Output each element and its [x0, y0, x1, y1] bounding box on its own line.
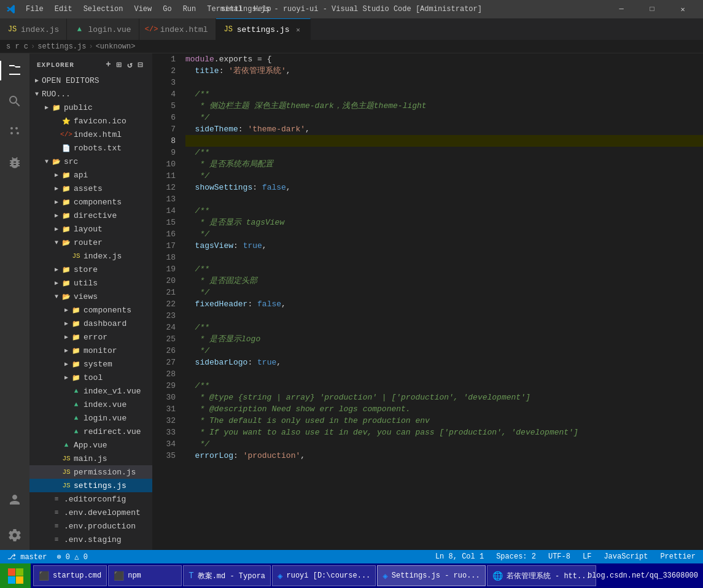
file-settings-js[interactable]: ▶ JS settings.js [29, 479, 152, 492]
folder-store[interactable]: ▶ 📁 store [29, 263, 152, 276]
breadcrumb-src[interactable]: s r c [6, 42, 28, 51]
file-router-index[interactable]: ▶ JS index.js [29, 249, 152, 263]
code-token: sideTheme [195, 123, 238, 135]
file-index-v1-vue[interactable]: ▶ ▲ index_v1.vue [29, 384, 152, 398]
store-arrow: ▶ [52, 266, 61, 273]
activity-extensions[interactable] [0, 148, 29, 177]
folder-api[interactable]: ▶ 📁 api [29, 168, 152, 182]
file-index-vue[interactable]: ▶ ▲ index.vue [29, 398, 152, 411]
file-env-dev[interactable]: ▶ ≡ .env.development [29, 506, 152, 519]
status-branch[interactable]: ⎇ master [5, 552, 49, 562]
folder-layout[interactable]: ▶ 📁 layout [29, 222, 152, 236]
collapse-icon[interactable]: ⊟ [137, 58, 145, 71]
window-title: settings.js - ruoyi-ui - Visual Studio C… [221, 5, 482, 14]
folder-utils[interactable]: ▶ 📁 utils [29, 276, 152, 290]
file-env-prod[interactable]: ▶ ≡ .env.production [29, 519, 152, 533]
file-index-html[interactable]: ▶ </> index.html [29, 128, 152, 141]
folder-directive[interactable]: ▶ 📁 directive [29, 209, 152, 222]
code-token [185, 158, 200, 170]
menu-run[interactable]: Run [178, 4, 201, 15]
taskbar-typora-label: 教案.md - Typora [198, 571, 265, 581]
status-line-col[interactable]: Ln 8, Col 1 [433, 552, 486, 561]
activity-account[interactable] [0, 485, 29, 514]
taskbar-npm[interactable]: ⬛ npm [108, 565, 182, 586]
tab-index-html[interactable]: </> index.html [139, 18, 216, 40]
taskbar-vscode[interactable]: ◈ Settings.js - ruo... [377, 565, 485, 586]
code-editor[interactable]: module.exports = { title: '若依管理系统', /** … [183, 53, 703, 550]
line-number-33: 33 [152, 427, 176, 438]
file-main-js[interactable]: ▶ JS main.js [29, 452, 152, 465]
folder-system[interactable]: ▶ 📁 system [29, 357, 152, 371]
status-encoding[interactable]: UTF-8 [546, 552, 573, 561]
code-line-9: /** [185, 147, 703, 158]
activity-source-control[interactable] [0, 117, 29, 147]
new-file-icon[interactable]: + [104, 58, 112, 71]
layout-icon: 📁 [61, 224, 71, 234]
status-language[interactable]: JavaScript [601, 552, 650, 561]
code-token [185, 88, 195, 100]
activity-search[interactable] [0, 87, 29, 116]
refresh-icon[interactable]: ↺ [126, 58, 134, 71]
code-token: /** [195, 88, 209, 100]
menu-file[interactable]: File [21, 4, 49, 15]
start-button[interactable] [0, 563, 31, 588]
folder-assets[interactable]: ▶ 📁 assets [29, 182, 152, 195]
maximize-button[interactable]: □ [638, 0, 666, 18]
utils-label: utils [74, 279, 98, 288]
code-line-18 [185, 252, 703, 263]
folder-tool[interactable]: ▶ 📁 tool [29, 371, 152, 384]
close-button[interactable]: ✕ [669, 0, 697, 18]
folder-monitor[interactable]: ▶ 📁 monitor [29, 344, 152, 357]
tab-label-login-vue: login.vue [88, 25, 131, 34]
breadcrumb-file[interactable]: settings.js [37, 42, 86, 51]
code-token [185, 287, 200, 298]
file-robots[interactable]: ▶ 📄 robots.txt [29, 141, 152, 155]
root-section[interactable]: ▼ RUO... [29, 87, 152, 101]
file-app-vue[interactable]: ▶ ▲ App.vue [29, 438, 152, 452]
folder-components[interactable]: ▶ 📁 components [29, 195, 152, 209]
tab-login-vue[interactable]: ▲ login.vue [67, 18, 139, 40]
file-editorconfig[interactable]: ▶ ≡ .editorconfig [29, 492, 152, 506]
file-env-staging[interactable]: ▶ ≡ .env.staging [29, 533, 152, 546]
folder-dashboard[interactable]: ▶ 📁 dashboard [29, 317, 152, 330]
breadcrumb-symbol[interactable]: <unknown> [96, 42, 136, 51]
file-permission-js[interactable]: ▶ JS permission.js [29, 465, 152, 479]
status-spaces[interactable]: Spaces: 2 [494, 552, 538, 561]
file-redirect-vue[interactable]: ▶ ▲ redirect.vue [29, 425, 152, 438]
code-line-2: title: '若依管理系统', [185, 65, 703, 77]
minimize-button[interactable]: ─ [607, 0, 635, 18]
router-icon: 📂 [61, 238, 71, 247]
folder-views[interactable]: ▼ 📂 views [29, 290, 152, 303]
folder-views-components[interactable]: ▶ 📁 components [29, 303, 152, 317]
tab-index-js[interactable]: JS index.js [0, 18, 67, 40]
activity-settings[interactable] [0, 520, 29, 550]
line-number-26: 26 [152, 345, 176, 357]
taskbar-cmd[interactable]: ⬛ startup.cmd [33, 565, 107, 586]
line-number-35: 35 [152, 450, 176, 462]
menu-selection[interactable]: Selection [79, 4, 128, 15]
open-editors-arrow: ▶ [32, 77, 42, 84]
status-errors[interactable]: ⊗ 0 △ 0 [54, 552, 90, 562]
router-label: router [74, 238, 103, 247]
new-folder-icon[interactable]: ⊞ [115, 58, 123, 71]
monitor-label: monitor [84, 346, 117, 355]
folder-src[interactable]: ▼ 📂 src [29, 155, 152, 168]
file-login-vue[interactable]: ▶ ▲ login.vue [29, 411, 152, 425]
activity-explorer[interactable] [0, 56, 29, 85]
taskbar-typora[interactable]: T 教案.md - Typora [183, 565, 271, 586]
folder-public[interactable]: ▶ 📁 public [29, 101, 152, 114]
taskbar-chrome[interactable]: 🌐 若依管理系统 - htt... [487, 565, 596, 586]
tab-settings-js[interactable]: JS settings.js ✕ [216, 18, 311, 40]
menu-go[interactable]: Go [158, 4, 176, 15]
status-line-endings[interactable]: LF [580, 552, 594, 561]
tab-close-settings-js[interactable]: ✕ [293, 25, 303, 34]
folder-router[interactable]: ▼ 📂 router [29, 236, 152, 249]
open-editors-section[interactable]: ▶ OPEN EDITORS [29, 74, 152, 87]
status-formatter[interactable]: Prettier [658, 552, 698, 561]
folder-error[interactable]: ▶ 📁 error [29, 330, 152, 344]
menu-edit[interactable]: Edit [50, 4, 77, 15]
menu-view[interactable]: View [129, 4, 157, 15]
taskbar-ruoyi[interactable]: ◈ ruoyi [D:\course... [272, 565, 376, 586]
file-favicon[interactable]: ▶ ⭐ favicon.ico [29, 114, 152, 128]
code-line-21: */ [185, 287, 703, 298]
